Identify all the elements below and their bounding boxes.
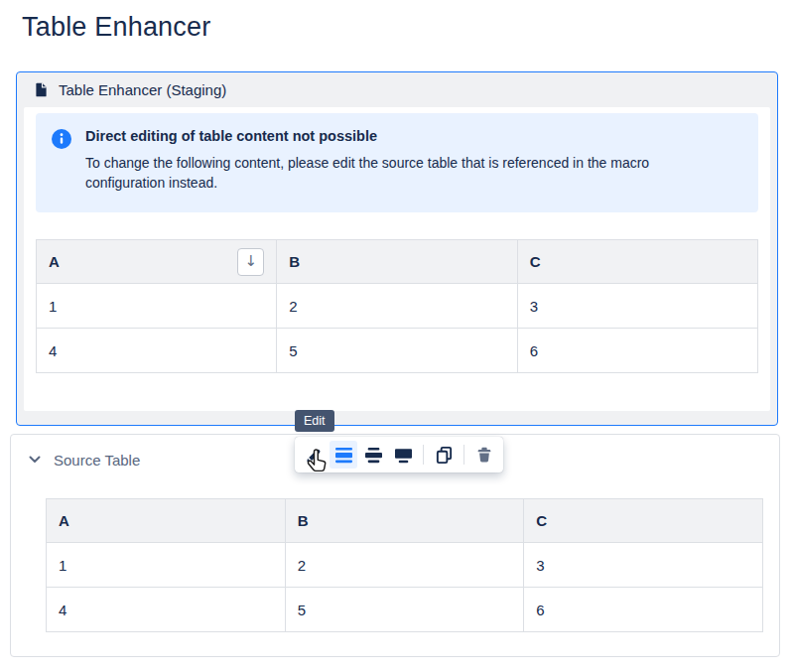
- staging-cell: 3: [517, 284, 757, 329]
- source-header-row: A B C: [47, 499, 763, 543]
- document-icon: [33, 81, 50, 98]
- copy-button[interactable]: [430, 441, 458, 469]
- edit-tooltip: Edit: [295, 410, 334, 432]
- copy-icon: [435, 446, 454, 465]
- staging-cell: 6: [517, 329, 757, 373]
- staging-cell: 2: [277, 284, 517, 329]
- layout-wide-icon: [365, 447, 382, 464]
- delete-button[interactable]: [470, 441, 498, 469]
- toolbar-divider: [463, 445, 464, 465]
- staging-table-row: 4 5 6: [37, 329, 758, 373]
- banner-body: To change the following content, please …: [85, 153, 717, 193]
- source-cell[interactable]: 1: [47, 543, 286, 588]
- layout-full-width-icon: [395, 447, 412, 464]
- layout-center-button[interactable]: [330, 441, 357, 469]
- staging-cell: 4: [37, 329, 277, 373]
- banner-title: Direct editing of table content not poss…: [85, 128, 742, 144]
- source-cell[interactable]: 5: [285, 588, 524, 632]
- trash-icon: [475, 446, 493, 464]
- column-label: A: [49, 253, 60, 270]
- source-cell[interactable]: 6: [524, 588, 763, 632]
- page-title: Table Enhancer: [22, 12, 210, 43]
- source-table: A B C 1 2 3 4 5 6: [46, 498, 763, 632]
- toolbar-divider: [423, 445, 424, 465]
- layout-center-icon: [335, 447, 352, 464]
- source-column-header-b[interactable]: B: [285, 499, 524, 543]
- source-section-toggle[interactable]: Source Table: [29, 449, 140, 470]
- info-icon: [52, 128, 85, 198]
- staging-panel-body: Direct editing of table content not poss…: [24, 107, 770, 411]
- staging-table: A ↓ B C 1: [36, 239, 758, 373]
- staging-column-header-c: C: [517, 240, 757, 284]
- source-column-header-a[interactable]: A: [47, 499, 286, 543]
- table-enhancer-editor: Table Enhancer Table Enhancer (Staging): [0, 0, 794, 672]
- staging-column-header-a: A ↓: [37, 240, 277, 284]
- staging-cell: 5: [277, 329, 517, 373]
- chevron-down-icon: [29, 456, 41, 464]
- source-cell[interactable]: 4: [47, 588, 286, 632]
- staging-panel-header[interactable]: Table Enhancer (Staging): [17, 72, 777, 107]
- source-column-header-c[interactable]: C: [524, 499, 763, 543]
- info-banner: Direct editing of table content not poss…: [36, 113, 758, 212]
- staging-table-row: 1 2 3: [37, 284, 758, 329]
- source-section-title: Source Table: [54, 452, 140, 469]
- source-cell[interactable]: 2: [285, 543, 524, 588]
- staging-panel-title: Table Enhancer (Staging): [59, 81, 226, 98]
- hand-cursor-icon: [304, 449, 331, 482]
- staging-header-row: A ↓ B C: [37, 240, 758, 284]
- staging-cell: 1: [37, 284, 277, 329]
- layout-wide-button[interactable]: [359, 441, 387, 469]
- source-table-row: 4 5 6: [47, 588, 763, 632]
- staging-macro-panel: Table Enhancer (Staging) Direct editing …: [16, 71, 778, 426]
- source-cell[interactable]: 3: [524, 543, 763, 588]
- arrow-down-icon: ↓: [245, 254, 258, 269]
- sort-descending-button[interactable]: ↓: [237, 248, 264, 276]
- layout-full-width-button[interactable]: [389, 441, 417, 469]
- staging-column-header-b: B: [277, 240, 517, 284]
- source-table-row: 1 2 3: [47, 543, 763, 588]
